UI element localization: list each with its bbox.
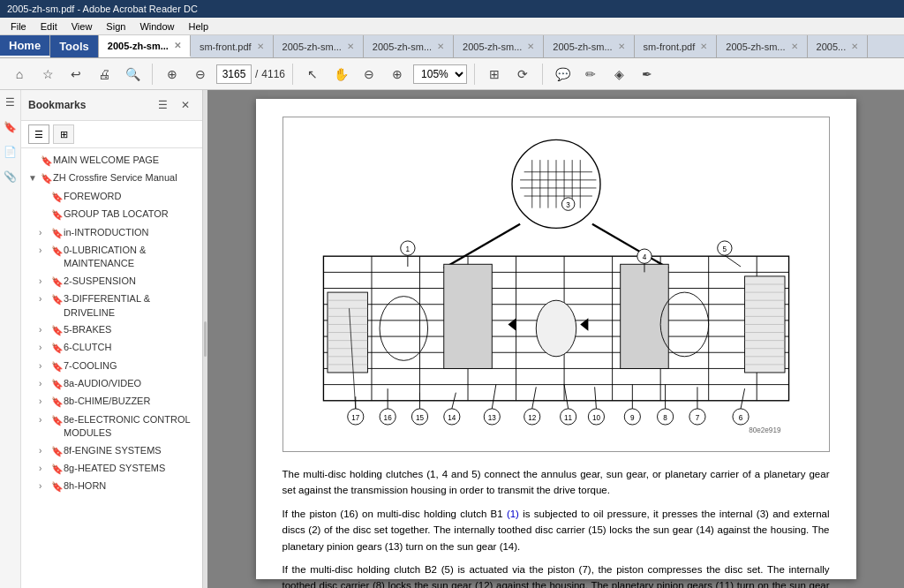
tab-close-7[interactable]: ✕ [700, 41, 707, 51]
tree-item-engine[interactable]: › 🔖 8f-ENGINE SYSTEMS [21, 442, 202, 460]
svg-rect-58 [443, 264, 492, 368]
tab-home[interactable]: Home [0, 35, 50, 57]
sidebar-pages-icon[interactable]: 📄 [2, 143, 19, 161]
highlight-button[interactable]: ◈ [606, 62, 631, 87]
sidebar-tree[interactable]: 🔖 MAIN WELCOME PAGE ▼ 🔖 ZH Crossfire Ser… [21, 148, 202, 588]
tab-close-9[interactable]: ✕ [851, 41, 858, 51]
tree-item-cooling[interactable]: › 🔖 7-COOLING [21, 358, 202, 375]
next-page-button[interactable]: ⊖ [188, 62, 213, 87]
tree-item-group-tab[interactable]: 🔖 GROUP TAB LOCATOR [21, 206, 202, 223]
tab-doc4[interactable]: 2005-zh-sm... ✕ [364, 35, 454, 57]
tree-item-suspension[interactable]: › 🔖 2-SUSPENSION [21, 273, 202, 290]
menu-bar: File Edit View Sign Window Help [0, 18, 904, 35]
tree-label: 2-SUSPENSION [64, 275, 199, 288]
diagram-area: 3 [282, 117, 830, 452]
sidebar-close-button[interactable]: ✕ [176, 95, 195, 115]
tree-item-introduction[interactable]: › 🔖 in-INTRODUCTION [21, 224, 202, 242]
tree-label: FOREWORD [64, 190, 199, 203]
sidebar-attachments-icon[interactable]: 📎 [2, 168, 19, 185]
zoom-select[interactable]: 50% 75% 100% 105% 125% 150% 200% [413, 64, 467, 84]
bookmark-icon: 🔖 [51, 208, 64, 222]
tree-item-heated[interactable]: › 🔖 8g-HEATED SYSTEMS [21, 460, 202, 478]
tab-doc1[interactable]: 2005-zh-sm... ✕ [99, 35, 191, 57]
tab-close-2[interactable]: ✕ [257, 41, 264, 51]
menu-sign[interactable]: Sign [99, 19, 132, 34]
title-bar: 2005-zh-sm.pdf - Adobe Acrobat Reader DC [0, 0, 904, 18]
tab-close-4[interactable]: ✕ [437, 41, 444, 51]
tree-label: 6-CLUTCH [64, 341, 199, 354]
tree-label: 8g-HEATED SYSTEMS [64, 462, 199, 475]
tree-item-audio[interactable]: › 🔖 8a-AUDIO/VIDEO [21, 375, 202, 393]
tree-item-foreword[interactable]: 🔖 FOREWORD [21, 188, 202, 206]
tab-doc7[interactable]: sm-front.pdf ✕ [635, 35, 718, 57]
pdf-area[interactable]: 3 [207, 90, 904, 588]
sidebar-bookmarks-icon[interactable]: 🔖 [2, 118, 19, 136]
page-separator: / [255, 68, 258, 80]
tree-item-main-welcome[interactable]: 🔖 MAIN WELCOME PAGE [21, 152, 202, 170]
tab-doc5[interactable]: 2005-zh-sm... ✕ [454, 35, 544, 57]
toolbar-separator-1 [152, 64, 153, 85]
fit-page-button[interactable]: ⊞ [482, 62, 507, 87]
back-button[interactable]: ↩ [64, 62, 88, 87]
menu-file[interactable]: File [4, 19, 34, 34]
tab-doc9[interactable]: 2005... ✕ [808, 35, 869, 57]
sidebar-list-view[interactable]: ☰ [28, 124, 49, 144]
tree-item-chime[interactable]: › 🔖 8b-CHIME/BUZZER [21, 393, 202, 411]
cursor-tool-button[interactable]: ↖ [300, 62, 325, 87]
expand-icon: › [39, 227, 51, 239]
bookmark-icon: 🔖 [51, 396, 64, 409]
tab-close-3[interactable]: ✕ [347, 41, 354, 51]
prev-page-button[interactable]: ⊕ [160, 62, 185, 87]
hand-tool-button[interactable]: ✋ [328, 62, 353, 87]
menu-window[interactable]: Window [132, 19, 181, 34]
tab-doc6[interactable]: 2005-zh-sm... ✕ [544, 35, 634, 57]
tab-doc2[interactable]: sm-front.pdf ✕ [191, 35, 274, 57]
tree-label: 5-BRAKES [64, 323, 199, 336]
page-total: 4116 [261, 68, 285, 80]
sidebar-left-icons: ☰ 🔖 📄 📎 [0, 90, 21, 588]
sign-button[interactable]: ✒ [635, 62, 659, 87]
tab-close-5[interactable]: ✕ [527, 41, 534, 51]
tree-label: 7-COOLING [64, 359, 199, 373]
sidebar-menu-button[interactable]: ☰ [153, 95, 172, 115]
zoom-out-button[interactable]: ⊖ [357, 62, 381, 87]
print-button[interactable]: 🖨 [92, 62, 117, 87]
bookmark-button[interactable]: ☆ [35, 62, 60, 87]
tree-item-ecm[interactable]: › 🔖 8e-ELECTRONIC CONTROL MODULES [21, 411, 202, 442]
tree-item-clutch[interactable]: › 🔖 6-CLUTCH [21, 339, 202, 357]
home-button[interactable]: ⌂ [7, 62, 32, 87]
menu-edit[interactable]: Edit [34, 19, 64, 34]
tab-doc8[interactable]: 2005-zh-sm... ✕ [717, 35, 807, 57]
pencil-button[interactable]: ✏ [578, 62, 603, 87]
tree-item-brakes[interactable]: › 🔖 5-BRAKES [21, 321, 202, 339]
tab-tools[interactable]: Tools [50, 35, 99, 57]
text-content: The multi-disc holding clutches (1, 4 an… [282, 466, 830, 588]
expand-icon: › [39, 414, 51, 426]
expand-icon: › [39, 275, 51, 288]
bookmark-icon: 🔖 [51, 245, 64, 258]
pdf-page: 3 [256, 99, 856, 579]
sidebar-panel-toggle[interactable]: ☰ [2, 94, 19, 111]
menu-view[interactable]: View [64, 19, 100, 34]
tree-item-differential[interactable]: › 🔖 3-DIFFERENTIAL & DRIVELINE [21, 290, 202, 321]
comment-button[interactable]: 💬 [550, 62, 575, 87]
search-button[interactable]: 🔍 [120, 62, 145, 87]
tab-close-8[interactable]: ✕ [791, 41, 798, 51]
tab-close-6[interactable]: ✕ [618, 41, 625, 51]
rotate-button[interactable]: ⟳ [510, 62, 535, 87]
technical-diagram: 3 [283, 117, 829, 451]
tree-label: 8h-HORN [64, 479, 199, 493]
sidebar-grid-view[interactable]: ⊞ [53, 124, 74, 144]
sidebar-title: Bookmarks [28, 99, 86, 111]
tree-item-zh-crossfire[interactable]: ▼ 🔖 ZH Crossfire Service Manual [21, 170, 202, 187]
tree-label: 3-DIFFERENTIAL & DRIVELINE [64, 292, 199, 320]
svg-text:14: 14 [448, 414, 456, 422]
tree-item-horn[interactable]: › 🔖 8h-HORN [21, 478, 202, 495]
page-number-input[interactable] [216, 64, 252, 84]
expand-icon: › [39, 245, 51, 257]
tree-item-lubrication[interactable]: › 🔖 0-LUBRICATION & MAINTENANCE [21, 242, 202, 273]
zoom-in-button[interactable]: ⊕ [385, 62, 410, 87]
tab-doc3[interactable]: 2005-zh-sm... ✕ [274, 35, 364, 57]
tab-close-1[interactable]: ✕ [174, 41, 181, 50]
menu-help[interactable]: Help [182, 19, 216, 34]
